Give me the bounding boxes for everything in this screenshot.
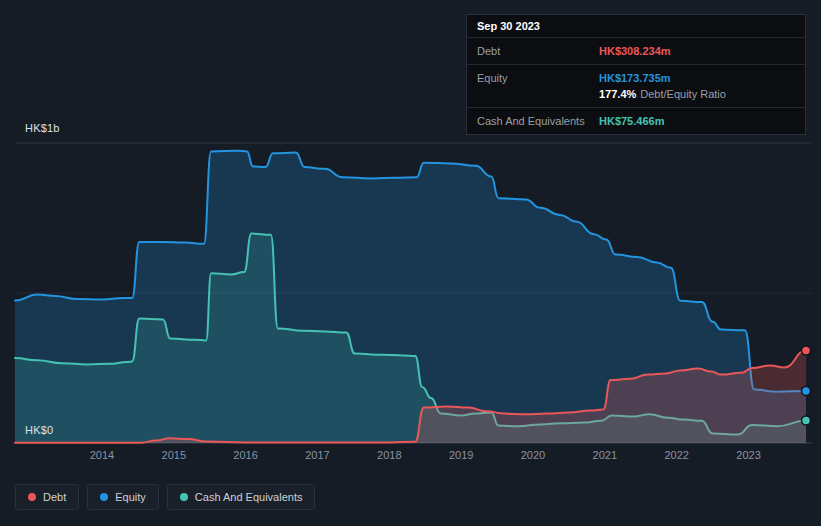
legend-item-equity[interactable]: Equity	[87, 484, 159, 510]
x-axis-label-2014: 2014	[90, 449, 114, 461]
tooltip-cash-section: Cash And Equivalents HK$75.466m	[467, 107, 805, 134]
tooltip-cash-label: Cash And Equivalents	[477, 113, 599, 129]
tooltip-ratio-label: Debt/Equity Ratio	[640, 88, 726, 100]
tooltip-equity-section: Equity HK$173.735m 177.4%Debt/Equity Rat…	[467, 64, 805, 107]
y-axis-label-max: HK$1b	[25, 122, 60, 134]
legend-label-cash: Cash And Equivalents	[195, 491, 303, 503]
x-axis-label-2021: 2021	[593, 449, 617, 461]
debt-endpoint-marker[interactable]	[802, 346, 811, 355]
tooltip-debt-value: HK$308.234m	[599, 43, 671, 59]
legend-item-cash[interactable]: Cash And Equivalents	[167, 484, 316, 510]
x-axis-label-2015: 2015	[162, 449, 186, 461]
tooltip-debt-section: Debt HK$308.234m	[467, 37, 805, 64]
tooltip-date-section: Sep 30 2023	[467, 15, 805, 37]
x-axis-label-2018: 2018	[377, 449, 401, 461]
x-axis-label-2019: 2019	[449, 449, 473, 461]
y-axis-label-zero: HK$0	[25, 424, 53, 436]
x-axis-label-2017: 2017	[305, 449, 329, 461]
tooltip-equity-label: Equity	[477, 70, 599, 86]
legend-label-equity: Equity	[115, 491, 146, 503]
equity-endpoint-marker[interactable]	[802, 386, 811, 395]
tooltip-cash-value: HK$75.466m	[599, 113, 664, 129]
x-axis-label-2022: 2022	[664, 449, 688, 461]
cash-dot-icon	[180, 493, 188, 501]
tooltip-panel: Sep 30 2023 Debt HK$308.234m Equity HK$1…	[466, 14, 806, 135]
tooltip-date: Sep 30 2023	[477, 20, 795, 32]
x-axis-label-2020: 2020	[521, 449, 545, 461]
tooltip-equity-value: HK$173.735m	[599, 70, 671, 86]
tooltip-debt-label: Debt	[477, 43, 599, 59]
x-axis-label-2016: 2016	[233, 449, 257, 461]
debt-dot-icon	[28, 493, 36, 501]
legend: Debt Equity Cash And Equivalents	[15, 484, 315, 510]
cash-endpoint-marker[interactable]	[802, 416, 811, 425]
legend-label-debt: Debt	[43, 491, 66, 503]
tooltip-ratio-value: 177.4%	[599, 88, 636, 100]
tooltip-ratio: 177.4%Debt/Equity Ratio	[599, 86, 726, 102]
legend-item-debt[interactable]: Debt	[15, 484, 79, 510]
debt-equity-chart-panel: HK$1b HK$0 20142015201620172018201920202…	[0, 0, 821, 526]
equity-dot-icon	[100, 493, 108, 501]
x-axis-label-2023: 2023	[736, 449, 760, 461]
